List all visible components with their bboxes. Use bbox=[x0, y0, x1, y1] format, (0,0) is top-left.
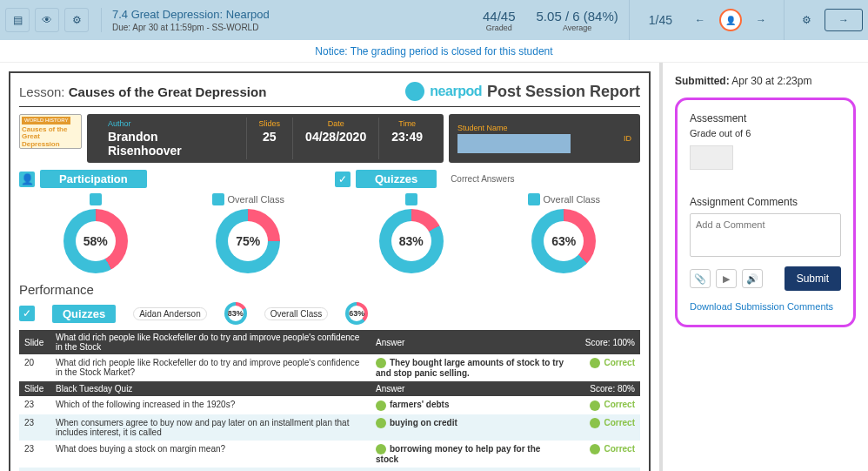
report-title: Post Session Report bbox=[487, 83, 640, 101]
grades-icon[interactable]: ▤ bbox=[5, 8, 30, 32]
participation-block: 👤 Participation 58% Overall Class 75% bbox=[19, 170, 324, 273]
person-icon bbox=[90, 193, 102, 205]
advance-button[interactable]: → bbox=[825, 9, 863, 31]
check-icon bbox=[590, 400, 600, 411]
submit-button[interactable]: Submit bbox=[785, 266, 841, 291]
participation-class-donut: 75% bbox=[216, 209, 280, 273]
check-icon bbox=[376, 358, 386, 368]
quiz-self-donut: 83% bbox=[379, 209, 444, 273]
person-icon bbox=[528, 193, 540, 205]
lesson-title: Lesson: Causes of the Great Depression bbox=[19, 84, 266, 99]
check-icon: ✓ bbox=[335, 172, 351, 187]
submitted-line: Submitted: Apr 30 at 2:23pm bbox=[675, 75, 856, 87]
next-student-button[interactable]: → bbox=[749, 8, 773, 32]
person-icon: 👤 bbox=[19, 172, 35, 187]
table-row: 23What does buying a stock on margin mea… bbox=[19, 441, 640, 468]
assignment-info: 7.4 Great Depression: Nearpod Due: Apr 3… bbox=[101, 8, 270, 32]
student-counter: 1/45 bbox=[640, 13, 681, 27]
student-nav: 1/45 ← 👤 → bbox=[629, 0, 785, 40]
avg-label: Average bbox=[537, 24, 618, 32]
gear-icon[interactable]: ⚙ bbox=[64, 8, 89, 32]
quiz-table: SlideBlack Tuesday QuizAnswerScore: 80%2… bbox=[19, 381, 640, 471]
nearpod-logo-icon bbox=[405, 82, 424, 101]
quizzes-tab[interactable]: Quizzes bbox=[52, 305, 116, 323]
person-icon bbox=[212, 193, 224, 205]
lesson-thumbnail: WORLD HISTORY Causes of the Great Depres… bbox=[19, 114, 82, 149]
student-pct-ring: 83% bbox=[224, 302, 247, 325]
settings-icon[interactable]: ⚙ bbox=[793, 7, 819, 33]
check-icon: ✓ bbox=[19, 306, 35, 321]
table-row: 23The time period from 1929 to 1940 in w… bbox=[19, 468, 640, 471]
check-icon bbox=[590, 444, 600, 454]
performance-title: Performance bbox=[19, 282, 640, 297]
quiz-table: SlideWhat did rich people like Rockefell… bbox=[19, 330, 640, 381]
audio-icon[interactable]: 🔊 bbox=[742, 269, 763, 288]
student-panel: Student Name ID bbox=[449, 114, 640, 163]
assignment-title[interactable]: 7.4 Great Depression: Nearpod bbox=[112, 8, 270, 21]
notice-bar: Notice: The grading period is closed for… bbox=[0, 40, 868, 63]
check-icon bbox=[376, 400, 386, 411]
nearpod-report: Lesson: Causes of the Great Depression n… bbox=[9, 71, 651, 471]
prev-student-button[interactable]: ← bbox=[688, 8, 712, 32]
quizzes-sub: Correct Answers bbox=[451, 174, 514, 184]
grade-input[interactable] bbox=[690, 145, 733, 170]
check-icon bbox=[376, 418, 386, 428]
participation-title: Participation bbox=[40, 170, 147, 188]
quizzes-block: ✓ Quizzes Correct Answers 83% Overall Cl… bbox=[335, 170, 640, 273]
comment-textarea[interactable] bbox=[690, 213, 841, 257]
table-row: 23Which of the following increased in th… bbox=[19, 396, 640, 414]
class-pct-ring: 63% bbox=[345, 302, 368, 325]
student-avatar[interactable]: 👤 bbox=[719, 9, 742, 31]
graded-label: Graded bbox=[483, 24, 516, 32]
brand: nearpod Post Session Report bbox=[405, 82, 640, 101]
assessment-box: Assessment Grade out of 6 Assignment Com… bbox=[675, 98, 856, 327]
lesson-meta: AuthorBrandon Risenhoover Slides25 Date0… bbox=[87, 114, 444, 163]
quizzes-title: Quizzes bbox=[356, 170, 437, 188]
overall-class-label: Overall Class bbox=[228, 194, 284, 205]
class-pill: Overall Class bbox=[264, 307, 328, 320]
brand-text: nearpod bbox=[430, 84, 482, 99]
media-icon[interactable]: ▶ bbox=[716, 269, 737, 288]
student-name-field bbox=[457, 134, 571, 153]
quiz-tables: SlideWhat did rich people like Rockefell… bbox=[19, 330, 640, 471]
assessment-label: Assessment bbox=[690, 112, 841, 124]
grade-out-label: Grade out of 6 bbox=[690, 128, 841, 138]
stat-average: 5.05 / 6 (84%) Average bbox=[526, 9, 629, 32]
stat-graded: 44/45 Graded bbox=[472, 9, 526, 32]
table-row: 23When consumers agree to buy now and pa… bbox=[19, 414, 640, 441]
participation-self-donut: 58% bbox=[63, 209, 128, 273]
comments-title: Assignment Comments bbox=[690, 196, 841, 208]
download-comments-link[interactable]: Download Submission Comments bbox=[690, 301, 833, 312]
assignment-sub: Due: Apr 30 at 11:59pm - SS-WORLD bbox=[112, 23, 270, 32]
submission-panel[interactable]: Lesson: Causes of the Great Depression n… bbox=[0, 63, 659, 471]
person-icon bbox=[405, 193, 417, 205]
topbar: ▤ 👁 ⚙ 7.4 Great Depression: Nearpod Due:… bbox=[0, 0, 868, 40]
check-icon bbox=[376, 444, 386, 454]
student-name-pill: Aidan Anderson bbox=[133, 307, 207, 320]
table-row: 20What did rich people like Rockefeller … bbox=[19, 354, 640, 381]
grading-sidebar: Submitted: Apr 30 at 2:23pm Assessment G… bbox=[659, 63, 868, 471]
eye-icon[interactable]: 👁 bbox=[35, 8, 59, 32]
quiz-class-donut: 63% bbox=[531, 209, 596, 273]
graded-value: 44/45 bbox=[483, 9, 516, 24]
check-icon bbox=[590, 418, 600, 428]
overall-class-label: Overall Class bbox=[544, 194, 600, 205]
check-icon bbox=[590, 358, 600, 368]
attach-icon[interactable]: 📎 bbox=[690, 269, 711, 288]
avg-value: 5.05 / 6 (84%) bbox=[537, 9, 618, 24]
